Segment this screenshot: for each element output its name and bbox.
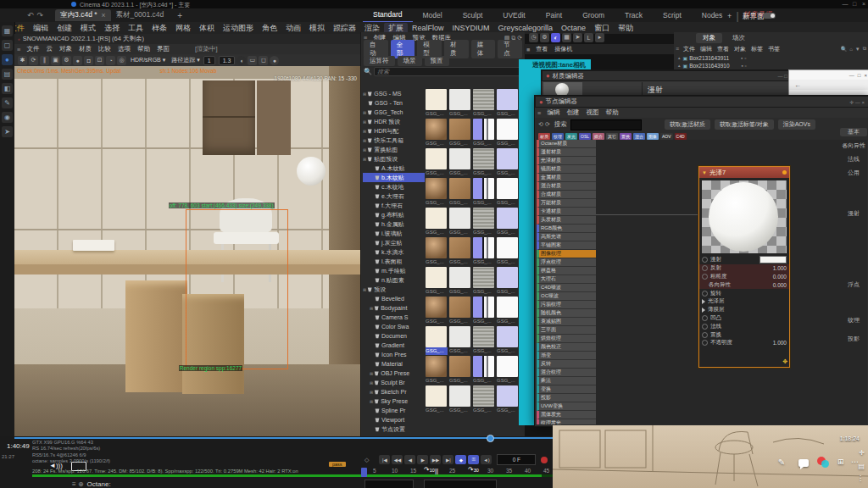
- prev-key-icon[interactable]: ◀◀: [392, 455, 403, 464]
- pin-icon[interactable]: ◎: [117, 56, 126, 65]
- play-icon[interactable]: ▶: [417, 455, 428, 464]
- pan-icon[interactable]: ▭: [248, 56, 257, 65]
- om-menu-1[interactable]: 编辑: [698, 45, 715, 53]
- undo-icon[interactable]: ⟲: [538, 121, 543, 128]
- node-type-18[interactable]: OC噪波: [537, 292, 596, 301]
- ne-action-0[interactable]: 获取激活材质: [665, 119, 710, 130]
- left-tool-icon-4[interactable]: ◧: [2, 83, 13, 94]
- tree-item-22[interactable]: Bevelled: [363, 294, 425, 303]
- preset-cell-3-1[interactable]: GSG_...: [449, 178, 471, 207]
- node-type-31[interactable]: UVW变换: [537, 402, 596, 411]
- filter-chip-媒介[interactable]: 媒介: [593, 133, 604, 140]
- preset-thumbnail[interactable]: [497, 267, 518, 288]
- preset-cell-0-2[interactable]: GSG_...: [473, 89, 495, 118]
- preset-thumbnail[interactable]: [473, 237, 494, 258]
- menu-item-16[interactable]: RealFlow: [408, 24, 448, 32]
- preset-cell-8-0[interactable]: GSG_...: [426, 326, 448, 355]
- node-type-30[interactable]: 投影: [537, 394, 596, 402]
- expand-icon[interactable]: [702, 308, 705, 313]
- add-tab-button[interactable]: +: [177, 11, 182, 20]
- cb-tab-媒体[interactable]: 媒体: [471, 40, 496, 58]
- preset-cell-4-1[interactable]: GSG_...: [449, 208, 471, 236]
- port-icon[interactable]: [702, 340, 708, 346]
- node-card-header[interactable]: ▼ 光泽7: [699, 167, 789, 178]
- preset-thumbnail[interactable]: [449, 326, 470, 347]
- param-value[interactable]: 0.000: [773, 274, 787, 280]
- preset-thumbnail[interactable]: [473, 148, 494, 169]
- tree-item-10[interactable]: c.木纹地: [363, 182, 425, 191]
- node-param-薄膜层[interactable]: 薄膜层: [699, 306, 789, 314]
- prev-frame-icon[interactable]: ◀: [404, 455, 415, 464]
- preset-cell-0-1[interactable]: GSG_...: [449, 89, 471, 118]
- preset-cell-2-2[interactable]: GSG_...: [473, 148, 495, 177]
- port-icon[interactable]: [702, 274, 708, 280]
- preset-thumbnail[interactable]: [497, 297, 518, 318]
- material-editor-titlebar[interactable]: ● 材质编辑器 — □ ×: [542, 70, 796, 81]
- layout-tab-6[interactable]: Track: [615, 8, 653, 22]
- preset-cell-9-2[interactable]: GSG_...: [473, 356, 495, 385]
- node-param-旋转[interactable]: 旋转: [699, 289, 789, 297]
- preset-cell-8-2[interactable]: GSG_...: [473, 326, 495, 355]
- preset-cell-2-3[interactable]: GSG_...: [497, 148, 519, 177]
- expand-toggle[interactable]: ⊞: [363, 138, 366, 143]
- preset-thumbnail[interactable]: [473, 208, 494, 229]
- node-param-反射[interactable]: 反射1.000: [699, 264, 789, 273]
- close-button[interactable]: ×: [860, 1, 868, 7]
- preset-thumbnail[interactable]: [426, 385, 447, 407]
- clay-icon[interactable]: ◔: [106, 56, 115, 65]
- record-position-icon[interactable]: ◆: [455, 455, 466, 464]
- object-row[interactable]: ▲▣Box2131643911▪ ▫: [674, 54, 868, 62]
- preset-thumbnail[interactable]: [426, 356, 447, 377]
- olv-menu-5[interactable]: 选项: [114, 45, 134, 53]
- preset-thumbnail[interactable]: [497, 119, 518, 140]
- node-param-漫射[interactable]: 漫射: [699, 256, 789, 264]
- preset-cell-10-1[interactable]: GSG_...: [449, 385, 471, 414]
- preset-thumbnail[interactable]: [473, 178, 494, 199]
- preset-thumbnail[interactable]: [426, 267, 447, 288]
- tree-item-23[interactable]: ⊞Bodypaint: [363, 303, 425, 313]
- time-icon[interactable]: ◷: [529, 33, 538, 42]
- preset-cell-10-2[interactable]: GSG_...: [473, 385, 495, 414]
- preset-cell-1-0[interactable]: GSG_...: [426, 119, 448, 147]
- doc-tab-active[interactable]: 室内3.c4d * ×: [55, 9, 110, 21]
- preset-cell-10-0[interactable]: GSG_...: [426, 385, 448, 414]
- region-icon[interactable]: ▣: [51, 56, 60, 65]
- tree-item-36[interactable]: 节点设置: [363, 424, 425, 434]
- preset-thumbnail[interactable]: [449, 267, 470, 288]
- filter-icon[interactable]: ▼: [855, 47, 860, 52]
- node-type-4[interactable]: 金属材质: [537, 174, 596, 182]
- tree-item-31[interactable]: ⊞Sculpt Br: [363, 378, 425, 387]
- preset-cell-6-1[interactable]: GSG_...: [449, 267, 471, 296]
- output-port-icon[interactable]: [782, 170, 787, 175]
- tree-item-9[interactable]: b.木纹贴: [363, 173, 425, 182]
- colorspace-dropdown[interactable]: HDR/sRGB ▾: [131, 57, 165, 64]
- tree-item-21[interactable]: ⊞预设: [363, 285, 425, 294]
- preset-cell-2-0[interactable]: GSG_...: [426, 148, 448, 177]
- focus-icon[interactable]: ●: [270, 56, 279, 65]
- object-tags[interactable]: ▪ ▫: [742, 63, 747, 69]
- zoom-icon[interactable]: ◻: [259, 56, 268, 65]
- filter-chip-纹理[interactable]: 纹理: [552, 133, 564, 140]
- lock-icon[interactable]: ●: [73, 56, 82, 65]
- node-param-法线[interactable]: 法线: [699, 322, 789, 330]
- filter-chip-AOV[interactable]: AOV: [660, 133, 673, 140]
- attr-section-各向异性[interactable]: 各向异性: [840, 141, 867, 150]
- expand-toggle[interactable]: ⊞: [363, 129, 366, 134]
- tree-item-30[interactable]: ⊞OBJ Prese: [363, 369, 425, 378]
- preset-thumbnail[interactable]: [426, 237, 447, 258]
- record-button[interactable]: [541, 457, 548, 463]
- preset-cell-7-2[interactable]: GSG_...: [473, 297, 495, 325]
- tree-item-27[interactable]: Gradient: [363, 341, 425, 350]
- node-type-16[interactable]: 大理石: [537, 275, 596, 284]
- node-type-33[interactable]: 纹理发光: [537, 419, 596, 424]
- tree-item-3[interactable]: ⊞HDR 预设: [363, 117, 425, 126]
- om-tab-场次[interactable]: 场次: [726, 33, 752, 43]
- port-icon[interactable]: [702, 324, 708, 330]
- redo-icon[interactable]: ⟳: [545, 121, 550, 128]
- expand-toggle[interactable]: ⊞: [370, 371, 373, 376]
- node-type-5[interactable]: 混合材质: [537, 182, 596, 191]
- node-editor-titlebar[interactable]: ● 节点编辑器 ✛ — ×: [535, 96, 868, 108]
- vp-menu-0[interactable]: 查看: [532, 45, 551, 53]
- play-icon[interactable]: ▸: [595, 33, 604, 42]
- preset-cell-8-1[interactable]: GSG_...: [449, 326, 471, 355]
